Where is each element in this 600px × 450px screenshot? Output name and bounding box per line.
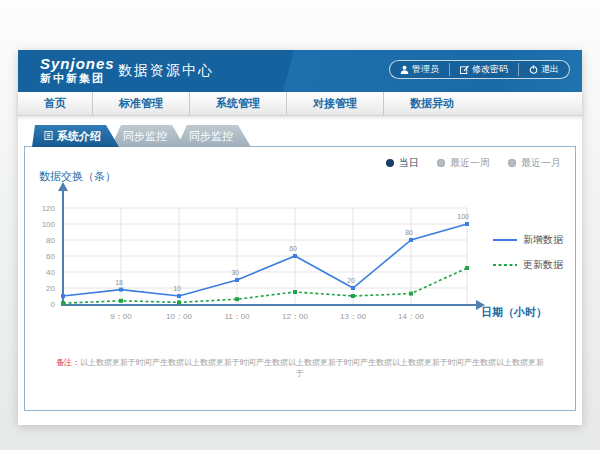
svg-text:30: 30 xyxy=(231,269,239,276)
time-range-filter: 当日 最近一周 最近一月 xyxy=(386,156,561,170)
content-area: 系统介绍 同步监控 同步监控 当日 最近一周 xyxy=(18,116,582,424)
page-title: 数据资源中心 xyxy=(118,62,214,80)
radio-label: 最近一月 xyxy=(521,156,561,170)
note-label: 备注： xyxy=(56,358,80,367)
logo-chinese-text: 新中新集团 xyxy=(40,72,115,85)
page-background: { "header": { "logo_primary": "Synjones"… xyxy=(0,0,600,450)
nav-item-integration-management[interactable]: 对接管理 xyxy=(286,92,383,115)
svg-text:14：00: 14：00 xyxy=(398,312,424,320)
x-axis-title: 日期（小时） xyxy=(481,305,547,320)
svg-text:10: 10 xyxy=(173,285,181,292)
svg-text:18: 18 xyxy=(115,279,123,286)
radio-last-week[interactable]: 最近一周 xyxy=(437,156,490,170)
svg-text:11：00: 11：00 xyxy=(224,312,250,320)
radio-selected-icon xyxy=(386,159,394,167)
main-nav: 首页 标准管理 系统管理 对接管理 数据异动 xyxy=(18,92,582,116)
footer-note: 备注：以上数据更新于时间产生数据以上数据更新于时间产生数据以上数据更新于时间产生… xyxy=(25,357,575,379)
nav-item-home[interactable]: 首页 xyxy=(18,92,92,115)
svg-text:80: 80 xyxy=(46,236,55,245)
nav-item-system-management[interactable]: 系统管理 xyxy=(189,92,286,115)
svg-text:60: 60 xyxy=(46,252,55,261)
change-password-button[interactable]: 修改密码 xyxy=(449,63,518,76)
tab-bar: 系统介绍 同步监控 同步监控 xyxy=(32,125,251,147)
tab-sync-monitor-1[interactable]: 同步监控 xyxy=(111,125,185,147)
note-text: 以上数据更新于时间产生数据以上数据更新于时间产生数据以上数据更新于时间产生数据以… xyxy=(80,358,544,378)
legend-label: 新增数据 xyxy=(523,233,563,247)
user-toolbar: 管理员 修改密码 退出 xyxy=(389,60,570,79)
tab-label: 系统介绍 xyxy=(57,129,101,144)
edit-icon xyxy=(460,65,469,74)
nav-item-data-change[interactable]: 数据异动 xyxy=(383,92,480,115)
legend-label: 更新数据 xyxy=(523,258,563,272)
radio-label: 最近一周 xyxy=(450,156,490,170)
tab-system-intro[interactable]: 系统介绍 xyxy=(32,125,119,147)
current-user-label: 管理员 xyxy=(412,63,439,76)
user-icon xyxy=(400,65,409,74)
radio-last-month[interactable]: 最近一月 xyxy=(508,156,561,170)
chart-panel: 当日 最近一周 最近一月 数据交换（条） 日期（小时） 020406080100… xyxy=(24,146,576,411)
svg-text:10：00: 10：00 xyxy=(166,312,192,320)
logo-english-text: Synjones xyxy=(40,55,115,72)
tab-label: 同步监控 xyxy=(123,129,167,144)
app-header: Synjones 新中新集团 数据资源中心 管理员 修改密码 退出 xyxy=(18,50,582,92)
radio-unselected-icon xyxy=(437,159,445,167)
nav-item-standard-management[interactable]: 标准管理 xyxy=(92,92,189,115)
change-password-label: 修改密码 xyxy=(472,63,508,76)
svg-text:40: 40 xyxy=(46,268,55,277)
radio-unselected-icon xyxy=(508,159,516,167)
legend-item-new-data: 新增数据 xyxy=(493,233,563,247)
radio-today[interactable]: 当日 xyxy=(386,156,419,170)
svg-text:0: 0 xyxy=(51,300,56,309)
svg-text:12：00: 12：00 xyxy=(282,312,308,320)
logout-label: 退出 xyxy=(541,63,559,76)
y-axis-title: 数据交换（条） xyxy=(39,169,116,184)
chart-legend: 新增数据 更新数据 xyxy=(493,233,563,283)
tab-label: 同步监控 xyxy=(189,129,233,144)
svg-text:80: 80 xyxy=(405,229,413,236)
svg-text:20: 20 xyxy=(347,277,355,284)
radio-label: 当日 xyxy=(399,156,419,170)
current-user-button[interactable]: 管理员 xyxy=(390,63,449,76)
power-icon xyxy=(529,65,538,74)
company-logo: Synjones 新中新集团 xyxy=(40,55,115,85)
svg-text:100: 100 xyxy=(457,213,469,220)
svg-text:60: 60 xyxy=(289,245,297,252)
logout-button[interactable]: 退出 xyxy=(518,63,569,76)
tab-sync-monitor-2[interactable]: 同步监控 xyxy=(177,125,251,147)
app-window: Synjones 新中新集团 数据资源中心 管理员 修改密码 退出 xyxy=(18,50,582,425)
legend-item-updated-data: 更新数据 xyxy=(493,258,563,272)
svg-text:120: 120 xyxy=(42,204,56,213)
line-chart: 0204060801001209：0010：0011：0012：0013：001… xyxy=(25,170,545,324)
svg-text:100: 100 xyxy=(42,220,56,229)
svg-text:13：00: 13：00 xyxy=(340,312,366,320)
document-icon xyxy=(44,130,53,142)
svg-text:20: 20 xyxy=(46,284,55,293)
svg-text:9：00: 9：00 xyxy=(110,312,132,320)
